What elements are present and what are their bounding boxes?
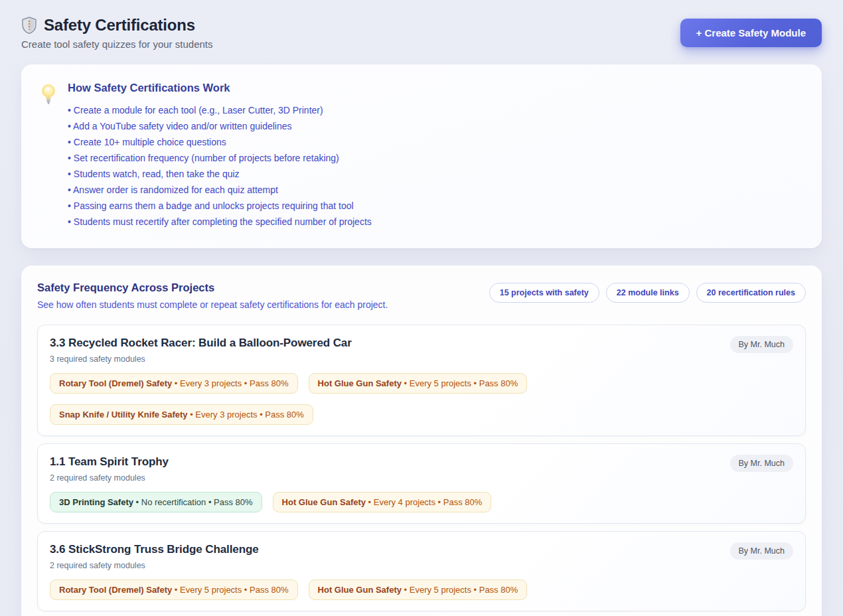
how-it-works-card: How Safety Certifications Work Create a … (21, 64, 822, 248)
safety-frequency-header: Safety Frequency Across Projects See how… (37, 281, 806, 310)
safety-module-badge: Snap Knife / Utility Knife Safety • Ever… (50, 404, 313, 425)
safety-module-badge: Hot Glue Gun Safety • Every 4 projects •… (273, 492, 492, 512)
safety-module-badge: Hot Glue Gun Safety • Every 5 projects •… (309, 373, 528, 394)
module-badges: Rotary Tool (Dremel) Safety • Every 3 pr… (50, 373, 793, 425)
stat-pills: 15 projects with safety 22 module links … (489, 283, 806, 303)
project-card[interactable]: 3.3 Recycled Rocket Racer: Build a Ballo… (37, 325, 806, 436)
author-badge: By Mr. Much (730, 455, 793, 472)
how-it-works-item: Passing earns them a badge and unlocks p… (68, 198, 372, 214)
safety-frequency-titles: Safety Frequency Across Projects See how… (37, 281, 388, 310)
safety-module-badge: Rotary Tool (Dremel) Safety • Every 5 pr… (50, 579, 298, 600)
safety-frequency-section: Safety Frequency Across Projects See how… (21, 266, 822, 616)
safety-module-badge: Rotary Tool (Dremel) Safety • Every 3 pr… (50, 373, 298, 394)
safety-module-badge: Hot Glue Gun Safety • Every 5 projects •… (309, 579, 528, 600)
how-it-works-item: Add a YouTube safety video and/or writte… (68, 118, 372, 134)
project-title: 1.1 Team Spirit Trophy (50, 455, 793, 469)
how-it-works-item: Create 10+ multiple choice questions (68, 134, 372, 150)
project-title: 3.6 StickStrong Truss Bridge Challenge (50, 543, 793, 556)
how-it-works-item: Create a module for each tool (e.g., Las… (68, 102, 372, 118)
author-badge: By Mr. Much (730, 336, 793, 353)
stat-pill-module-links: 22 module links (606, 283, 690, 303)
how-it-works-item: Students watch, read, then take the quiz (68, 166, 372, 182)
lightbulb-icon (40, 83, 57, 106)
safety-frequency-title: Safety Frequency Across Projects (37, 281, 388, 294)
project-title: 3.3 Recycled Rocket Racer: Build a Ballo… (50, 337, 793, 350)
how-it-works-item: Answer order is randomized for each quiz… (68, 182, 372, 198)
project-modules-count: 2 required safety modules (50, 473, 793, 483)
safety-frequency-subtitle: See how often students must complete or … (37, 299, 388, 310)
module-badges: Rotary Tool (Dremel) Safety • Every 5 pr… (50, 579, 793, 600)
project-card[interactable]: 3.6 StickStrong Truss Bridge Challenge 2… (37, 531, 806, 611)
how-it-works-content: How Safety Certifications Work Create a … (68, 82, 372, 230)
page-title: Safety Certifications (44, 16, 195, 35)
safety-module-badge: 3D Printing Safety • No recertification … (50, 492, 262, 512)
shield-icon (21, 17, 37, 34)
how-it-works-item: Set recertification frequency (number of… (68, 150, 372, 166)
project-modules-count: 2 required safety modules (50, 561, 793, 570)
project-modules-count: 3 required safety modules (50, 354, 793, 364)
header-titles: Safety Certifications Create tool safety… (21, 16, 212, 50)
how-it-works-item: Students must recertify after completing… (68, 214, 372, 230)
page: Safety Certifications Create tool safety… (0, 0, 843, 616)
module-badges: 3D Printing Safety • No recertification … (50, 492, 793, 512)
author-badge: By Mr. Much (730, 542, 793, 560)
project-card[interactable]: 1.1 Team Spirit Trophy 2 required safety… (37, 443, 806, 524)
stat-pill-recert-rules: 20 recertification rules (696, 283, 806, 303)
create-safety-module-button[interactable]: + Create Safety Module (680, 19, 822, 47)
stat-pill-projects: 15 projects with safety (489, 283, 599, 303)
how-it-works-list: Create a module for each tool (e.g., Las… (68, 102, 372, 230)
page-subtitle: Create tool safety quizzes for your stud… (21, 38, 212, 50)
how-it-works-title: How Safety Certifications Work (68, 82, 372, 94)
page-header: Safety Certifications Create tool safety… (21, 16, 822, 50)
